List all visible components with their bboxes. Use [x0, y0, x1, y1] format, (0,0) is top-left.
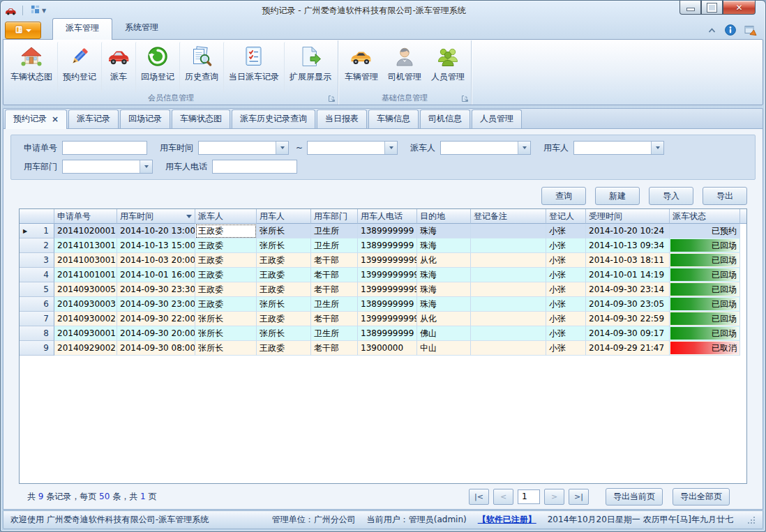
table-cell[interactable]: 20140930002	[54, 312, 117, 326]
table-cell[interactable]: 卫生所	[311, 297, 358, 312]
quick-access-toolbar-button[interactable]: ▼	[29, 4, 48, 17]
ribbon-button[interactable]: 当日派车记录	[223, 42, 284, 93]
row-indicator[interactable]: 2	[20, 238, 54, 253]
table-cell[interactable]: 2014-09-30 23:14	[586, 282, 670, 297]
table-cell[interactable]: 小张	[546, 224, 586, 238]
document-tab[interactable]: 车辆信息	[368, 109, 419, 128]
action-button[interactable]: 导出	[703, 187, 747, 205]
ribbon-button[interactable]: 扩展屏显示	[284, 42, 336, 93]
table-cell[interactable]: 老干部	[311, 282, 358, 297]
table-cell[interactable]: 小张	[546, 268, 586, 282]
dispatch-status-cell[interactable]: 已回场	[670, 282, 740, 297]
table-cell[interactable]: 20141020001	[54, 224, 117, 238]
ribbon-button[interactable]: 历史查询	[179, 42, 223, 93]
table-row[interactable]: 4201410010012014-10-01 16:00王政委王政委老干部139…	[20, 268, 746, 282]
table-cell[interactable]: 1389999999	[358, 326, 417, 341]
table-cell[interactable]: 珠海	[417, 224, 471, 238]
table-cell[interactable]: 2014-09-30 08:00	[117, 341, 195, 356]
last-page-button[interactable]: >|	[569, 489, 589, 505]
column-header[interactable]: 派车人	[195, 209, 257, 224]
table-row[interactable]: 3201410030012014-10-03 20:00王政委王政委老干部139…	[20, 253, 746, 268]
table-cell[interactable]: 珠海	[417, 282, 471, 297]
table-cell[interactable]: 王政委	[195, 238, 257, 253]
row-indicator[interactable]: 9	[20, 341, 54, 356]
export-current-page-button[interactable]: 导出当前页	[606, 488, 663, 506]
row-indicator[interactable]: 7	[20, 312, 54, 326]
column-header[interactable]: 派车状态	[670, 209, 740, 224]
column-header[interactable]: 申请单号	[54, 209, 117, 224]
table-cell[interactable]: 老干部	[311, 341, 358, 356]
table-cell[interactable]: 珠海	[417, 238, 471, 253]
row-indicator[interactable]: ▶1	[20, 224, 54, 238]
feedback-icon[interactable]	[744, 24, 757, 36]
table-cell[interactable]: 2014-09-29 21:47	[586, 341, 670, 356]
application-menu-button[interactable]	[5, 22, 41, 39]
table-cell[interactable]: 张所长	[257, 297, 311, 312]
table-cell[interactable]: 小张	[546, 297, 586, 312]
filter-text-input[interactable]	[62, 141, 147, 155]
table-cell[interactable]: 小张	[546, 282, 586, 297]
table-cell[interactable]: 20140930005	[54, 282, 117, 297]
table-cell[interactable]: 1389999999	[358, 224, 417, 238]
table-cell[interactable]: 张所长	[195, 341, 257, 356]
table-cell[interactable]: 小张	[546, 253, 586, 268]
license-registered-link[interactable]: 【软件已注册】	[478, 514, 536, 526]
table-cell[interactable]: 张所长	[257, 238, 311, 253]
restore-button[interactable]	[701, 1, 723, 15]
row-indicator[interactable]: 5	[20, 282, 54, 297]
action-button[interactable]: 查询	[541, 187, 586, 205]
document-tab[interactable]: 人员管理	[472, 109, 522, 128]
dispatch-status-cell[interactable]: 已回场	[670, 312, 740, 326]
table-cell[interactable]: 珠海	[417, 297, 471, 312]
table-cell[interactable]: 王政委	[195, 282, 257, 297]
table-cell[interactable]: 小张	[546, 341, 586, 356]
table-cell[interactable]: 中山	[417, 341, 471, 356]
table-cell[interactable]: 20141013001	[54, 238, 117, 253]
table-cell[interactable]: 2014-10-01 14:19	[586, 268, 670, 282]
dispatch-status-cell[interactable]: 已回场	[670, 297, 740, 312]
table-cell[interactable]: 13999999999	[358, 282, 417, 297]
dispatch-status-cell[interactable]: 已回场	[670, 238, 740, 253]
table-cell[interactable]: 张所长	[195, 312, 257, 326]
table-row[interactable]: 9201409290022014-09-30 08:00张所长王政委老干部139…	[20, 341, 746, 356]
ribbon-tab[interactable]: 派车管理	[52, 18, 112, 40]
table-cell[interactable]: 2014-09-30 23:05	[586, 297, 670, 312]
filter-text-input[interactable]	[212, 160, 297, 174]
table-cell[interactable]: 2014-09-30 22:00	[117, 312, 195, 326]
ribbon-button[interactable]: 司机管理	[383, 42, 426, 93]
table-cell[interactable]	[471, 326, 546, 341]
row-indicator[interactable]: 3	[20, 253, 54, 268]
table-cell[interactable]: 王政委	[257, 282, 311, 297]
table-cell[interactable]	[471, 341, 546, 356]
dispatch-status-cell[interactable]: 已回场	[670, 253, 740, 268]
table-cell[interactable]: 2014-09-30 23:30	[117, 282, 195, 297]
ribbon-tab[interactable]: 系统管理	[112, 18, 171, 39]
column-header[interactable]: 用车部门	[311, 209, 358, 224]
dialog-launcher-icon[interactable]	[461, 95, 469, 102]
table-cell[interactable]: 2014-09-30 23:00	[117, 297, 195, 312]
prev-page-button[interactable]: <	[493, 489, 513, 505]
table-cell[interactable]: 20140929002	[54, 341, 117, 356]
table-cell[interactable]: 从化	[417, 312, 471, 326]
table-cell[interactable]: 1389999999	[358, 238, 417, 253]
dispatch-status-cell[interactable]: 已回场	[670, 326, 740, 341]
column-header[interactable]: 用车时间	[117, 209, 195, 224]
table-cell[interactable]: 卫生所	[311, 224, 358, 238]
table-row[interactable]: 7201409300022014-09-30 22:00张所长王政委老干部139…	[20, 312, 746, 326]
row-indicator[interactable]: 6	[20, 297, 54, 312]
document-tab[interactable]: 派车历史记录查询	[232, 109, 315, 128]
document-tab[interactable]: 派车记录	[68, 109, 119, 128]
resize-grip[interactable]	[747, 516, 756, 524]
close-tab-icon[interactable]: ×	[52, 115, 59, 123]
filter-combo[interactable]	[307, 141, 398, 155]
dispatch-status-cell[interactable]: 已预约	[670, 224, 740, 238]
table-cell[interactable]	[471, 312, 546, 326]
table-cell[interactable]: 小张	[546, 312, 586, 326]
column-header[interactable]: 目的地	[417, 209, 471, 224]
filter-combo[interactable]	[62, 160, 153, 174]
ribbon-button[interactable]: 车辆管理	[340, 42, 383, 93]
filter-combo[interactable]	[198, 141, 289, 155]
document-tab[interactable]: 预约记录×	[5, 109, 67, 129]
table-cell[interactable]: 小张	[546, 326, 586, 341]
column-header[interactable]: 登记人	[546, 209, 586, 224]
